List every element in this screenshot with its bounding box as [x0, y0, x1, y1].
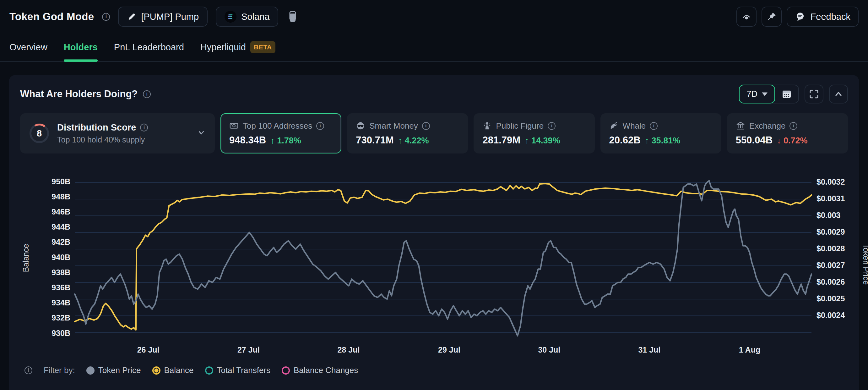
banknote-icon [229, 121, 239, 131]
eye-arc-icon [741, 11, 752, 22]
radio-icon [282, 366, 290, 374]
filter-option-total-transfers[interactable]: Total Transfers [205, 365, 271, 375]
fullscreen-button[interactable] [805, 85, 824, 104]
info-icon[interactable]: i [422, 122, 430, 130]
tab-holders[interactable]: Holders [64, 33, 98, 61]
info-icon[interactable]: i [789, 122, 797, 130]
tab-pnl-leaderboard[interactable]: PnL Leaderboard [114, 33, 184, 61]
x-axis-label: 1 Aug [739, 345, 761, 354]
chain-selector-label: Solana [241, 11, 270, 22]
filter-option-balance-changes[interactable]: Balance Changes [282, 365, 358, 375]
card-label: Distribution Score [57, 122, 136, 133]
y-axis-label-price: $0.0025 [816, 294, 845, 303]
y-axis-label-balance: 934B [52, 298, 70, 307]
holders-panel: What Are Holders Doing? i 7D [9, 75, 859, 390]
fullscreen-icon [809, 89, 819, 99]
info-icon[interactable]: i [650, 122, 658, 130]
watchlist-eye-button[interactable] [736, 7, 756, 27]
x-axis-label: 30 Jul [538, 345, 560, 354]
x-axis-label: 27 Jul [238, 345, 260, 354]
y-axis-label-price: $0.0028 [816, 244, 845, 253]
y-axis-label-balance: 946B [52, 207, 70, 216]
info-icon[interactable]: i [102, 13, 110, 21]
pencil-icon [127, 12, 136, 21]
collapse-button[interactable] [829, 85, 848, 104]
y-axis-label-balance: 932B [52, 313, 70, 322]
filter-option-balance[interactable]: Balance [152, 365, 194, 375]
card-label: Exchange [749, 121, 786, 131]
card-distribution-score[interactable]: 8 Distribution Score i Top 100 hold 40% … [20, 113, 215, 154]
card-change: ↑ 35.81% [645, 136, 681, 146]
y-axis-label-price: $0.0024 [816, 311, 845, 319]
app-header: Token God Mode i [PUMP] Pump Solana [0, 0, 868, 33]
card-value: 730.71M [356, 135, 394, 146]
app-title: Token God Mode [9, 11, 94, 23]
card-whale[interactable]: Whale i 20.62B ↑ 35.81% [600, 113, 721, 154]
y-axis-label-price: $0.003 [816, 211, 840, 220]
card-smart-money[interactable]: Smart Money i 730.71M ↑ 4.22% [347, 113, 468, 154]
card-exchange[interactable]: Exchange i 550.04B ↓ 0.72% [727, 113, 848, 154]
public-figure-icon [483, 121, 492, 131]
chain-selector-button[interactable]: Solana [216, 7, 278, 27]
holders-activity-chart[interactable]: 950B948B946B944B942B940B938B936B934B932B… [20, 170, 868, 357]
y-axis-title-balance: Balance [21, 244, 30, 272]
y-axis-label-balance: 940B [52, 253, 70, 262]
x-axis-label: 31 Jul [638, 345, 660, 354]
y-axis-label-price: $0.0031 [816, 194, 845, 203]
info-icon[interactable]: i [140, 123, 148, 132]
token-price-line [75, 181, 811, 336]
y-axis-label-balance: 930B [52, 329, 70, 337]
card-label: Public Figure [496, 121, 544, 131]
y-axis-label-price: $0.0032 [816, 177, 845, 186]
y-axis-label-balance: 936B [52, 283, 70, 292]
pin-button[interactable] [762, 7, 782, 27]
chevron-down-icon [762, 92, 768, 96]
chat-icon [795, 11, 806, 22]
panel-title: What Are Holders Doing? [20, 88, 137, 100]
pin-icon [767, 11, 777, 22]
radio-icon [86, 366, 95, 374]
filter-option-token-price[interactable]: Token Price [86, 365, 141, 375]
range-dropdown[interactable]: 7D [739, 85, 775, 104]
x-axis-label: 28 Jul [338, 345, 360, 354]
info-icon[interactable]: i [143, 90, 151, 98]
tab-hyperliquid[interactable]: Hyperliquid BETA [200, 33, 275, 61]
chart-filter-row: i Filter by: Token Price Balance Total T… [20, 365, 848, 375]
copy-icon[interactable] [287, 10, 298, 23]
card-value: 550.04B [736, 135, 773, 146]
card-top-100-addresses[interactable]: Top 100 Addresses i 948.34B ↑ 1.78% [220, 113, 341, 154]
info-icon[interactable]: i [548, 122, 556, 130]
card-value: 948.34B [229, 135, 266, 146]
chevron-down-icon[interactable] [196, 128, 206, 139]
radio-icon [205, 366, 213, 374]
info-icon[interactable]: i [25, 366, 32, 374]
solana-icon [224, 11, 237, 23]
feedback-button[interactable]: Feedback [787, 7, 859, 27]
card-subtitle: Top 100 hold 40% supply [57, 135, 148, 144]
tab-bar: Overview Holders PnL Leaderboard Hyperli… [0, 33, 868, 62]
y-axis-label-balance: 938B [52, 268, 70, 277]
calendar-icon [781, 89, 792, 100]
y-axis-label-balance: 944B [52, 222, 70, 231]
y-axis-label-price: $0.0027 [816, 261, 845, 270]
beta-badge: BETA [250, 41, 275, 53]
balance-line [75, 184, 811, 330]
card-public-figure[interactable]: Public Figure i 281.79M ↑ 14.39% [473, 113, 594, 154]
card-value: 20.62B [609, 135, 641, 146]
info-icon[interactable]: i [316, 122, 324, 130]
card-change: ↑ 4.22% [398, 136, 429, 146]
filter-by-label: Filter by: [44, 365, 75, 375]
token-selector-button[interactable]: [PUMP] Pump [118, 7, 208, 27]
token-selector-label: [PUMP] Pump [141, 11, 199, 22]
calendar-button[interactable] [774, 85, 798, 103]
radio-selected-icon [152, 366, 160, 374]
card-label: Top 100 Addresses [243, 121, 312, 131]
range-value: 7D [746, 89, 757, 99]
tab-overview[interactable]: Overview [9, 33, 48, 61]
y-axis-label-price: $0.0026 [816, 277, 845, 286]
smart-money-icon [356, 121, 365, 131]
card-change: ↑ 1.78% [270, 136, 301, 146]
card-value: 281.79M [483, 135, 520, 146]
y-axis-label-balance: 948B [52, 192, 70, 201]
feedback-label: Feedback [810, 11, 850, 22]
